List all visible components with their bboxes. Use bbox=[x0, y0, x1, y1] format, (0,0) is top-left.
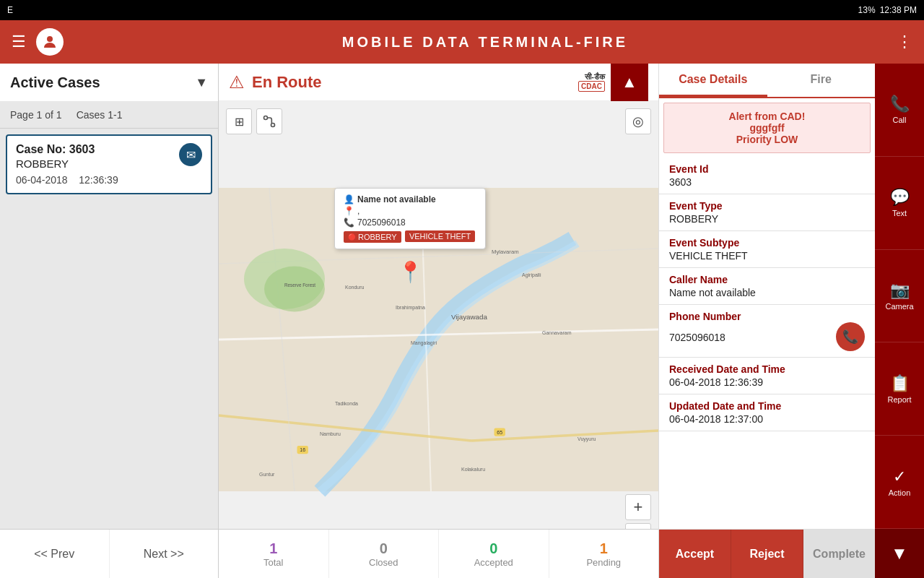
scroll-down-button[interactable]: ▼ bbox=[875, 529, 924, 578]
call-action-button[interactable]: 📞 Call bbox=[875, 64, 924, 157]
svg-text:16: 16 bbox=[300, 447, 305, 452]
map-pin: 📍 bbox=[398, 260, 423, 284]
stat-pending: 1 Pending bbox=[549, 530, 659, 578]
expand-map-button[interactable]: ⊞ bbox=[226, 108, 252, 134]
call-phone-button[interactable]: 📞 bbox=[836, 322, 865, 351]
text-icon: 💬 bbox=[890, 188, 910, 207]
app-title: MOBILE DATA TERMINAL-FIRE bbox=[74, 34, 897, 51]
stats-bar: 1 Total 0 Closed 0 Accepted 1 Pending bbox=[219, 529, 658, 578]
popup-tag-robbery: 🔴 ROBBERY bbox=[344, 231, 401, 243]
action-bar: Accept Reject Complete bbox=[659, 529, 875, 578]
svg-text:Guntur: Guntur bbox=[259, 472, 275, 477]
complete-button[interactable]: Complete bbox=[803, 530, 875, 578]
tab-fire[interactable]: Fire bbox=[767, 64, 876, 97]
svg-text:65: 65 bbox=[497, 430, 502, 435]
map-popup: 👤 Name not available 📍 , 📞 7025096018 🔴 … bbox=[334, 188, 486, 249]
en-route-bar: ⚠ En Route सी-डैक CDAC ▲ bbox=[219, 64, 658, 101]
popup-phone-number: 7025096018 bbox=[357, 217, 406, 228]
app-header: ☰ MOBILE DATA TERMINAL-FIRE ⋮ bbox=[0, 20, 924, 64]
cases-info: Cases 1-1 bbox=[77, 109, 123, 121]
detail-phone-number: Phone Number 7025096018 📞 bbox=[659, 305, 875, 358]
report-action-button[interactable]: 📋 Report bbox=[875, 342, 924, 436]
next-button[interactable]: Next >> bbox=[110, 530, 219, 578]
popup-person-icon: 👤 bbox=[344, 194, 354, 204]
map-toolbar: ⊞ bbox=[226, 108, 282, 134]
closed-label: Closed bbox=[369, 557, 398, 568]
svg-point-9 bbox=[264, 267, 325, 312]
detail-updated-datetime: Updated Date and Time 06-04-2018 12:37:0… bbox=[659, 394, 875, 431]
popup-location-icon: 📍 bbox=[344, 206, 354, 216]
dropdown-icon[interactable]: ▼ bbox=[195, 75, 208, 90]
en-route-label: En Route bbox=[252, 73, 322, 92]
svg-text:Mylavaram: Mylavaram bbox=[492, 249, 519, 255]
svg-point-27 bbox=[264, 116, 268, 120]
svg-text:Namburu: Namburu bbox=[320, 431, 341, 436]
detail-received-datetime: Received Date and Time 06-04-2018 12:36:… bbox=[659, 358, 875, 394]
warning-icon: ⚠ bbox=[229, 72, 245, 92]
text-label: Text bbox=[892, 209, 907, 217]
action-action-button[interactable]: ✓ Action bbox=[875, 436, 924, 529]
detail-caller-name: Caller Name Name not available bbox=[659, 268, 875, 305]
pending-label: Pending bbox=[586, 557, 621, 568]
camera-action-button[interactable]: 📷 Camera bbox=[875, 250, 924, 343]
alert-title: Alert from CAD! bbox=[674, 111, 860, 122]
closed-count: 0 bbox=[380, 540, 388, 557]
svg-text:Tadikonda: Tadikonda bbox=[335, 401, 358, 406]
pagination-bar: Page 1 of 1 Cases 1-1 bbox=[0, 101, 218, 129]
svg-text:Vijayawada: Vijayawada bbox=[451, 313, 487, 321]
total-count: 1 bbox=[269, 540, 277, 557]
map-area[interactable]: Vijayawada Mylavaram Agiripalli Gannavar… bbox=[219, 101, 658, 578]
pending-count: 1 bbox=[600, 540, 608, 557]
status-battery: 13% bbox=[858, 5, 876, 15]
status-time: 12:38 PM bbox=[880, 5, 917, 15]
svg-text:Ibrahimpatna: Ibrahimpatna bbox=[396, 305, 425, 311]
route-button[interactable] bbox=[256, 108, 282, 134]
alert-banner: Alert from CAD! gggfgff Priority LOW bbox=[663, 103, 871, 153]
active-cases-title: Active Cases bbox=[10, 74, 100, 91]
sidebar: Active Cases ▼ Page 1 of 1 Cases 1-1 Cas… bbox=[0, 64, 219, 578]
accept-button[interactable]: Accept bbox=[659, 530, 731, 578]
zoom-in-button[interactable]: + bbox=[625, 494, 651, 520]
popup-address: , bbox=[357, 206, 359, 216]
popup-name-text: Name not available bbox=[357, 194, 436, 204]
case-item[interactable]: Case No: 3603 ROBBERY 06-04-2018 12:36:3… bbox=[6, 134, 212, 194]
detail-event-id: Event Id 3603 bbox=[659, 158, 875, 194]
case-list: Case No: 3603 ROBBERY 06-04-2018 12:36:3… bbox=[0, 129, 218, 529]
detail-event-subtype: Event Subtype VEHICLE THEFT bbox=[659, 231, 875, 268]
svg-text:Vuyyuru: Vuyyuru bbox=[578, 436, 596, 442]
panel-tabs: Case Details Fire bbox=[659, 64, 875, 98]
svg-text:Kolakaluru: Kolakaluru bbox=[461, 467, 485, 472]
accepted-count: 0 bbox=[489, 540, 497, 557]
tab-case-details[interactable]: Case Details bbox=[659, 64, 767, 97]
camera-icon: 📷 bbox=[890, 281, 910, 300]
case-date: 06-04-2018 12:36:39 bbox=[16, 174, 173, 186]
location-button[interactable]: ◎ bbox=[625, 108, 651, 134]
detail-event-type: Event Type ROBBERY bbox=[659, 194, 875, 231]
camera-label: Camera bbox=[885, 302, 913, 311]
main-area: Active Cases ▼ Page 1 of 1 Cases 1-1 Cas… bbox=[0, 64, 924, 578]
svg-point-28 bbox=[271, 124, 275, 127]
prev-button[interactable]: << Prev bbox=[0, 530, 110, 578]
stat-accepted: 0 Accepted bbox=[439, 530, 549, 578]
more-options-icon[interactable]: ⋮ bbox=[897, 33, 912, 51]
active-cases-header[interactable]: Active Cases ▼ bbox=[0, 64, 218, 101]
case-details-list: Event Id 3603 Event Type ROBBERY Event S… bbox=[659, 158, 875, 529]
reject-button[interactable]: Reject bbox=[731, 530, 803, 578]
call-label: Call bbox=[893, 116, 907, 124]
user-avatar bbox=[36, 28, 64, 56]
stat-total: 1 Total bbox=[219, 530, 329, 578]
svg-text:Konduru: Konduru bbox=[345, 285, 365, 290]
action-checkmark-icon: ✓ bbox=[893, 467, 906, 486]
action-label: Action bbox=[889, 488, 911, 497]
report-label: Report bbox=[887, 395, 911, 404]
stat-closed: 0 Closed bbox=[329, 530, 440, 578]
page-info: Page 1 of 1 bbox=[10, 109, 62, 121]
total-label: Total bbox=[263, 557, 283, 568]
right-panel: Case Details Fire Alert from CAD! gggfgf… bbox=[658, 64, 875, 578]
text-action-button[interactable]: 💬 Text bbox=[875, 157, 924, 250]
scroll-up-button[interactable]: ▲ bbox=[611, 64, 648, 101]
popup-phone-icon: 📞 bbox=[344, 217, 354, 228]
cdac-logo: सी-डैक CDAC bbox=[578, 72, 605, 92]
menu-icon[interactable]: ☰ bbox=[12, 33, 26, 51]
svg-text:Mangalagiri: Mangalagiri bbox=[411, 340, 437, 346]
